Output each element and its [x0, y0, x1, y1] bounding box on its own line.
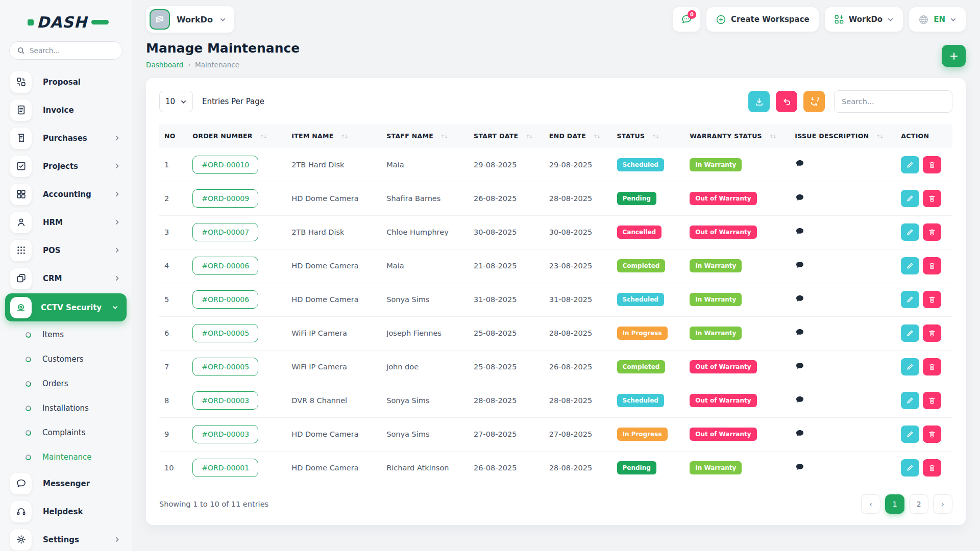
delete-button[interactable]	[923, 156, 941, 173]
pagination-page-2[interactable]: 2	[909, 494, 928, 514]
issue-comment-icon[interactable]	[795, 361, 805, 371]
table-search[interactable]	[834, 90, 952, 113]
order-number-link[interactable]: #ORD-00007	[192, 223, 258, 241]
cell-no: 1	[159, 148, 187, 182]
delete-button[interactable]	[923, 190, 941, 207]
order-number-link[interactable]: #ORD-00005	[192, 324, 258, 342]
cell-end-date: 28-08-2025	[544, 182, 612, 215]
delete-button[interactable]	[923, 392, 941, 409]
table-row: 1#ORD-000102TB Hard DiskMaia29-08-202529…	[159, 148, 952, 182]
edit-button[interactable]	[901, 291, 919, 308]
undo-button[interactable]	[776, 91, 797, 112]
order-number-link[interactable]: #ORD-00005	[192, 358, 258, 376]
cell-item-name: 2TB Hard Disk	[286, 215, 381, 249]
refresh-button[interactable]	[803, 91, 825, 112]
export-button[interactable]	[748, 91, 770, 112]
pos-icon	[10, 240, 32, 261]
issue-comment-icon[interactable]	[795, 429, 805, 439]
edit-button[interactable]	[901, 257, 919, 274]
issue-comment-icon[interactable]	[795, 395, 805, 405]
edit-button[interactable]	[901, 425, 919, 443]
issue-comment-icon[interactable]	[795, 462, 805, 472]
column-end-date[interactable]: END DATE↑↓	[544, 124, 612, 148]
showing-entries-text: Showing 1 to 10 of 11 entries	[159, 500, 268, 508]
delete-button[interactable]	[923, 223, 941, 241]
column-status[interactable]: STATUS↑↓	[612, 124, 685, 148]
column-issue-description[interactable]: ISSUE DESCRIPTION↑↓	[790, 124, 896, 148]
issue-comment-icon[interactable]	[795, 227, 805, 237]
create-workspace-button[interactable]: Create Workspace	[706, 7, 819, 32]
column-order-number[interactable]: ORDER NUMBER↑↓	[187, 124, 286, 148]
sidebar-item-cctv-security[interactable]: CCTV Security	[5, 293, 127, 321]
issue-comment-icon[interactable]	[795, 193, 805, 203]
sidebar-search-input[interactable]	[30, 46, 106, 55]
breadcrumb-dashboard-link[interactable]: Dashboard	[146, 61, 183, 69]
sidebar-item-purchases[interactable]: Purchases	[0, 124, 132, 152]
sidebar-item-projects[interactable]: Projects	[0, 152, 132, 180]
language-selector[interactable]: EN	[909, 7, 966, 32]
sidebar-item-settings[interactable]: Settings	[0, 525, 132, 551]
sidebar-subitem-complaints[interactable]: Complaints	[0, 420, 132, 445]
order-number-link[interactable]: #ORD-00006	[192, 290, 258, 309]
pagination-next-button[interactable]: ›	[933, 494, 952, 514]
cell-warranty-status: In Warranty	[684, 249, 790, 283]
edit-button[interactable]	[901, 324, 919, 342]
cell-no: 8	[159, 384, 187, 417]
pagination-prev-button[interactable]: ‹	[861, 494, 880, 514]
messages-button[interactable]: 0	[673, 7, 700, 32]
issue-comment-icon[interactable]	[795, 260, 805, 270]
cell-action	[896, 417, 952, 451]
sidebar-item-invoice[interactable]: Invoice	[0, 96, 132, 124]
delete-button[interactable]	[923, 358, 941, 375]
sidebar-item-messenger[interactable]: Messenger	[0, 469, 132, 497]
column-warranty-status[interactable]: WARRANTY STATUS↑↓	[684, 124, 790, 148]
order-number-link[interactable]: #ORD-00001	[192, 459, 258, 477]
order-number-link[interactable]: #ORD-00006	[192, 257, 258, 275]
issue-comment-icon[interactable]	[795, 294, 805, 304]
order-number-link[interactable]: #ORD-00010	[192, 156, 258, 174]
column-staff-name[interactable]: STAFF NAME↑↓	[381, 124, 469, 148]
delete-button[interactable]	[923, 324, 941, 342]
cell-staff-name: john doe	[381, 350, 469, 384]
status-badge: Completed	[617, 259, 666, 272]
order-number-link[interactable]: #ORD-00009	[192, 189, 258, 208]
create-workspace-label: Create Workspace	[731, 15, 810, 24]
delete-button[interactable]	[923, 257, 941, 274]
edit-button[interactable]	[901, 223, 919, 241]
sidebar-item-helpdesk[interactable]: Helpdesk	[0, 497, 132, 525]
order-number-link[interactable]: #ORD-00003	[192, 425, 258, 443]
sidebar-item-crm[interactable]: CRM	[0, 264, 132, 292]
column-start-date[interactable]: START DATE↑↓	[469, 124, 544, 148]
edit-button[interactable]	[901, 358, 919, 375]
workspace-selector[interactable]: WorkDo	[146, 6, 234, 33]
sidebar-subitem-items[interactable]: Items	[0, 322, 132, 347]
edit-button[interactable]	[901, 190, 919, 207]
edit-button[interactable]	[901, 459, 919, 477]
sidebar-item-accounting[interactable]: Accounting	[0, 180, 132, 208]
workdo-menu-button[interactable]: WorkDo	[825, 7, 903, 32]
delete-button[interactable]	[923, 291, 941, 308]
sidebar-item-pos[interactable]: POS	[0, 236, 132, 264]
pagination-page-1[interactable]: 1	[885, 494, 904, 514]
status-badge: Cancelled	[617, 226, 662, 239]
add-maintenance-button[interactable]	[942, 45, 966, 67]
sidebar-subitem-installations[interactable]: Installations	[0, 396, 132, 420]
order-number-link[interactable]: #ORD-00003	[192, 391, 258, 410]
issue-comment-icon[interactable]	[795, 159, 805, 169]
delete-button[interactable]	[923, 425, 941, 443]
cell-action	[896, 451, 952, 485]
sidebar-subitem-orders[interactable]: Orders	[0, 371, 132, 396]
sidebar-search[interactable]	[9, 41, 122, 60]
sidebar-subitem-customers[interactable]: Customers	[0, 347, 132, 371]
sidebar-subitem-maintenance[interactable]: Maintenance	[0, 445, 132, 469]
entries-per-page-select[interactable]: 10	[159, 91, 193, 112]
edit-button[interactable]	[901, 156, 919, 173]
edit-button[interactable]	[901, 392, 919, 409]
sidebar-item-hrm[interactable]: HRM	[0, 208, 132, 236]
delete-button[interactable]	[923, 459, 941, 477]
sidebar-item-proposal[interactable]: Proposal	[0, 68, 132, 96]
table-search-input[interactable]	[842, 97, 945, 106]
column-item-name[interactable]: ITEM NAME↑↓	[286, 124, 381, 148]
pagination: ‹12›	[861, 494, 952, 514]
issue-comment-icon[interactable]	[795, 328, 805, 338]
